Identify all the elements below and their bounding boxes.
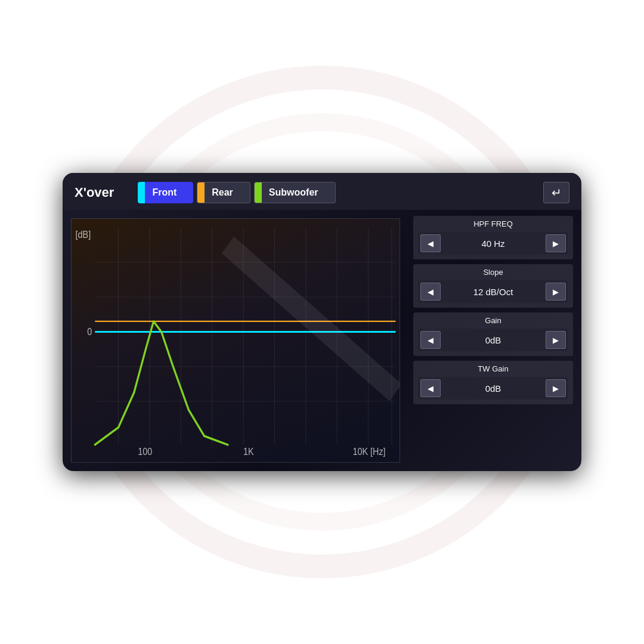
svg-text:1K: 1K xyxy=(243,447,254,457)
tab-subwoofer[interactable]: Subwoofer xyxy=(254,182,336,203)
gain-increment[interactable]: ▶ xyxy=(546,331,566,349)
gain-label: Gain xyxy=(418,316,568,325)
tab-rear[interactable]: Rear xyxy=(197,182,250,203)
slope-decrement[interactable]: ◀ xyxy=(420,283,441,301)
slope-value: 12 dB/Oct xyxy=(441,287,546,297)
back-icon: ↵ xyxy=(552,185,562,200)
tab-front[interactable]: Front xyxy=(138,182,193,203)
controls-panel: HPF FREQ ◀ 40 Hz ▶ Slope ◀ xyxy=(408,210,581,471)
svg-text:[dB]: [dB] xyxy=(76,229,91,240)
tw-gain-increment[interactable]: ▶ xyxy=(546,379,566,397)
graph-svg: [dB] 0 100 1K 10K [Hz] xyxy=(72,219,400,462)
slope-label: Slope xyxy=(418,268,568,277)
tw-gain-row: ◀ 0dB ▶ xyxy=(418,377,568,400)
control-tw-gain: TW Gain ◀ 0dB ▶ xyxy=(413,361,573,404)
hpf-freq-value: 40 Hz xyxy=(441,239,546,249)
tab-rear-label: Rear xyxy=(205,187,240,198)
page-title: X'over xyxy=(75,185,114,200)
content-area: [dB] 0 100 1K 10K [Hz] xyxy=(63,210,581,471)
control-slope: Slope ◀ 12 dB/Oct ▶ xyxy=(413,264,573,308)
tw-gain-label: TW Gain xyxy=(418,364,568,373)
tw-gain-value: 0dB xyxy=(441,383,546,394)
tab-subwoofer-indicator xyxy=(255,182,262,203)
graph-area: [dB] 0 100 1K 10K [Hz] xyxy=(63,210,408,471)
tab-subwoofer-label: Subwoofer xyxy=(262,187,326,198)
gain-value: 0dB xyxy=(441,335,546,345)
hpf-freq-label: HPF FREQ xyxy=(418,219,568,228)
tab-front-label: Front xyxy=(145,187,184,198)
control-gain: Gain ◀ 0dB ▶ xyxy=(413,312,573,356)
header-bar: X'over Front Rear Subwoofer ↵ xyxy=(63,173,581,210)
svg-text:100: 100 xyxy=(138,447,152,457)
gain-decrement[interactable]: ◀ xyxy=(420,331,441,349)
slope-row: ◀ 12 dB/Oct ▶ xyxy=(418,280,568,303)
hpf-freq-decrement[interactable]: ◀ xyxy=(420,234,441,252)
gain-row: ◀ 0dB ▶ xyxy=(418,329,568,351)
tab-front-indicator xyxy=(138,182,145,203)
svg-line-22 xyxy=(228,245,396,393)
control-hpf-freq: HPF FREQ ◀ 40 Hz ▶ xyxy=(413,216,573,259)
device-panel: X'over Front Rear Subwoofer ↵ xyxy=(63,173,581,471)
hpf-freq-row: ◀ 40 Hz ▶ xyxy=(418,232,568,255)
svg-text:10K [Hz]: 10K [Hz] xyxy=(352,447,385,457)
tabs-group: Front Rear Subwoofer xyxy=(138,182,537,203)
tab-rear-indicator xyxy=(197,182,205,203)
tw-gain-decrement[interactable]: ◀ xyxy=(420,379,441,397)
svg-text:0: 0 xyxy=(87,327,92,338)
back-button[interactable]: ↵ xyxy=(543,182,569,203)
slope-increment[interactable]: ▶ xyxy=(546,283,566,301)
graph-canvas: [dB] 0 100 1K 10K [Hz] xyxy=(71,218,400,463)
hpf-freq-increment[interactable]: ▶ xyxy=(546,234,566,252)
